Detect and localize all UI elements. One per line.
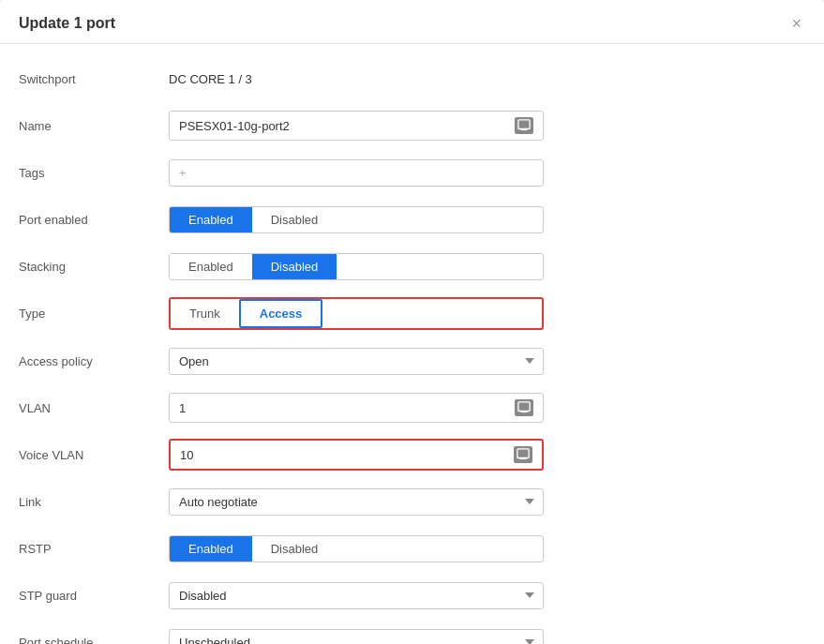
vlan-field-wrap: 1: [169, 393, 544, 423]
dialog-header: Update 1 port ×: [0, 0, 824, 44]
voice-vlan-input-container: 10: [169, 439, 544, 471]
port-schedule-select[interactable]: Unscheduled: [169, 629, 544, 645]
close-button[interactable]: ×: [787, 15, 805, 32]
svg-rect-6: [517, 449, 529, 458]
vlan-input-value[interactable]: 1: [179, 401, 515, 415]
tags-field-wrap: +: [169, 159, 544, 187]
voice-vlan-row: Voice VLAN 10: [19, 439, 805, 471]
stacking-btn-disabled[interactable]: Disabled: [252, 254, 337, 279]
tags-row: Tags +: [19, 157, 805, 188]
name-label: Name: [19, 119, 169, 133]
link-select[interactable]: Auto negotiate 100 Mbps full duplex 10 G…: [169, 488, 544, 516]
switchport-row: Switchport DC CORE 1 / 3: [19, 63, 805, 95]
voice-vlan-field-wrap: 10: [169, 439, 544, 471]
access-policy-row: Access policy Open MAC authentication by…: [19, 345, 805, 377]
type-label: Type: [19, 307, 169, 321]
variable-icon-voice-vlan: [517, 448, 530, 461]
svg-rect-3: [518, 402, 530, 412]
access-policy-label: Access policy: [19, 354, 169, 368]
name-row: Name PSESX01-10g-port2: [19, 110, 805, 142]
rstp-group: Enabled Disabled: [169, 535, 544, 562]
stacking-label: Stacking: [19, 260, 169, 274]
type-toggle: Trunk Access: [169, 297, 544, 330]
stp-guard-select-wrap: Disabled Root guard BPDU guard Loop guar…: [169, 582, 544, 609]
type-group: Trunk Access: [169, 297, 544, 330]
variable-icon: [517, 119, 531, 132]
port-enabled-label: Port enabled: [19, 213, 169, 227]
vlan-icon: [515, 399, 533, 416]
stp-guard-row: STP guard Disabled Root guard BPDU guard…: [19, 579, 805, 611]
stp-guard-label: STP guard: [19, 589, 169, 603]
port-schedule-dropdown: Unscheduled: [169, 629, 544, 645]
link-label: Link: [19, 495, 169, 509]
dialog-body: Switchport DC CORE 1 / 3 Name PSESX01-10…: [0, 44, 824, 644]
voice-vlan-icon: [514, 446, 532, 463]
rstp-btn-disabled[interactable]: Disabled: [252, 536, 337, 562]
port-enabled-row: Port enabled Enabled Disabled: [19, 203, 805, 235]
voice-vlan-input-value[interactable]: 10: [180, 448, 514, 462]
link-select-wrap: Auto negotiate 100 Mbps full duplex 10 G…: [169, 488, 544, 516]
switchport-value: DC CORE 1 / 3: [169, 71, 544, 86]
rstp-label: RSTP: [19, 542, 169, 556]
port-schedule-label: Port schedule: [19, 636, 169, 645]
rstp-row: RSTP Enabled Disabled: [19, 532, 805, 564]
port-enabled-toggle: Enabled Disabled: [169, 206, 544, 233]
link-row: Link Auto negotiate 100 Mbps full duplex…: [19, 486, 805, 517]
dialog-title: Update 1 port: [19, 15, 115, 32]
stp-guard-dropdown: Disabled Root guard BPDU guard Loop guar…: [169, 582, 544, 609]
name-field-wrap: PSESX01-10g-port2: [169, 111, 544, 141]
svg-rect-0: [518, 120, 530, 129]
switchport-text: DC CORE 1 / 3: [169, 72, 252, 86]
stacking-toggle: Enabled Disabled: [169, 253, 544, 280]
name-icon: [515, 117, 533, 134]
stacking-btn-enabled[interactable]: Enabled: [170, 254, 252, 279]
link-dropdown: Auto negotiate 100 Mbps full duplex 10 G…: [169, 488, 544, 516]
voice-vlan-label: Voice VLAN: [19, 448, 169, 462]
port-enabled-group: Enabled Disabled: [169, 206, 544, 233]
stp-guard-select[interactable]: Disabled Root guard BPDU guard Loop guar…: [169, 582, 544, 609]
vlan-input-container: 1: [169, 393, 544, 423]
tags-input[interactable]: +: [169, 159, 544, 187]
access-policy-select-wrap: Open MAC authentication bypass 802.1X: [169, 348, 544, 375]
variable-icon-vlan: [517, 401, 531, 414]
rstp-btn-enabled[interactable]: Enabled: [170, 536, 252, 562]
update-port-dialog: Update 1 port × Switchport DC CORE 1 / 3…: [0, 0, 824, 644]
port-schedule-row: Port schedule Unscheduled: [19, 626, 805, 644]
tags-label: Tags: [19, 166, 169, 180]
switchport-label: Switchport: [19, 72, 169, 86]
name-input-container: PSESX01-10g-port2: [169, 111, 544, 141]
type-btn-access[interactable]: Access: [239, 299, 323, 328]
port-enabled-btn-disabled[interactable]: Disabled: [252, 207, 337, 232]
name-input-value[interactable]: PSESX01-10g-port2: [179, 119, 515, 133]
type-btn-trunk[interactable]: Trunk: [171, 299, 239, 328]
access-policy-select[interactable]: Open MAC authentication bypass 802.1X: [169, 348, 544, 375]
vlan-label: VLAN: [19, 401, 169, 415]
port-schedule-select-wrap: Unscheduled: [169, 629, 544, 645]
vlan-row: VLAN 1: [19, 392, 805, 424]
access-policy-dropdown: Open MAC authentication bypass 802.1X: [169, 348, 544, 375]
stacking-row: Stacking Enabled Disabled: [19, 250, 805, 282]
type-row: Type Trunk Access: [19, 297, 805, 330]
port-enabled-btn-enabled[interactable]: Enabled: [170, 207, 252, 232]
rstp-toggle: Enabled Disabled: [169, 535, 544, 562]
stacking-group: Enabled Disabled: [169, 253, 544, 280]
